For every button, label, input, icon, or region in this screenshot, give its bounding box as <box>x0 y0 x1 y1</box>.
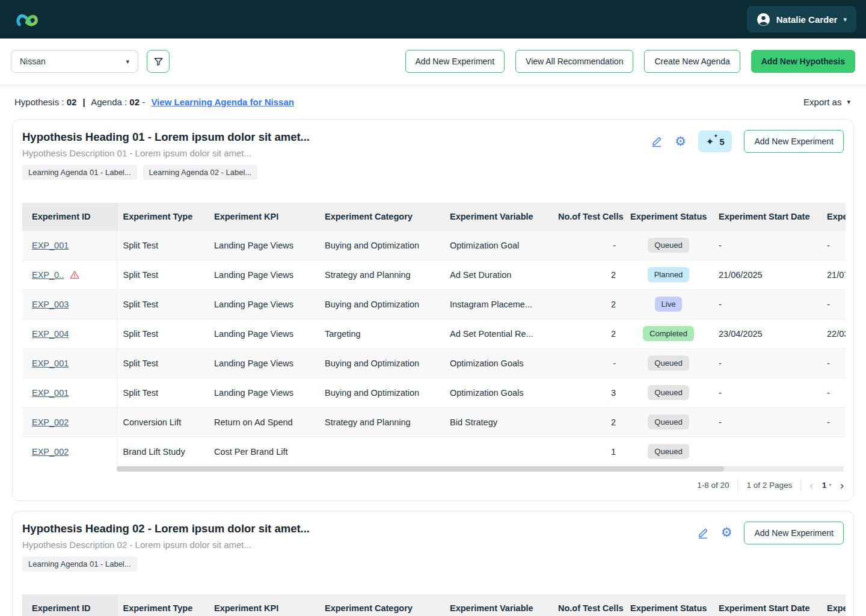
table-row: EXP_001 Split Test Landing Page Views Bu… <box>22 378 846 407</box>
col-experiment-category: Experiment Category <box>319 203 444 230</box>
cell-variable <box>444 437 552 466</box>
table-horizontal-scrollbar[interactable] <box>117 466 844 472</box>
cell-category: Buying and Optimization <box>319 289 444 319</box>
next-page-button[interactable]: › <box>840 479 844 491</box>
recommendation-count-badge[interactable]: ✦✦ 5 <box>698 131 732 152</box>
cell-variable: Bid Strategy <box>444 407 552 437</box>
cell-test-cells: - <box>552 230 624 260</box>
table-row: EXP_001 Split Test Landing Page Views Bu… <box>22 230 846 260</box>
export-as-dropdown[interactable]: Export as ▾ <box>803 97 850 107</box>
hypothesis-count: 02 <box>67 97 77 107</box>
col-experiment-start-date: Experiment Start Date <box>713 203 821 230</box>
view-learning-agenda-link[interactable]: View Learning Agenda for Nissan <box>151 97 294 107</box>
col-experiment-variable: Experiment Variable <box>444 594 552 616</box>
cell-start-date: 21/06/2025 <box>713 260 821 289</box>
user-menu[interactable]: Natalie Carder ▾ <box>747 6 856 32</box>
cell-start-date: - <box>713 378 821 407</box>
cell-variable: Optimization Goals <box>444 378 552 407</box>
col-experiment-id: Experiment ID <box>22 203 117 230</box>
col-experiment-variable: Experiment Variable <box>444 203 552 230</box>
hypothesis-heading: Hypothesis Heading 02 - Lorem ipsum dolo… <box>22 522 310 535</box>
page-select[interactable]: 1 ▾ <box>822 481 832 490</box>
filter-button[interactable] <box>147 50 170 73</box>
cell-type: Brand Lift Study <box>117 437 208 466</box>
hypothesis-settings-button[interactable]: ⚙ <box>675 135 686 148</box>
col-experiment-kpi: Experiment KPI <box>208 594 319 616</box>
edit-hypothesis-button[interactable] <box>697 527 709 539</box>
brand-select[interactable]: Nissan ▾ <box>11 50 138 73</box>
experiment-id-link[interactable]: EXP_001 <box>32 241 69 250</box>
hypothesis-1-info: Hypothesis Heading 01 - Lorem ipsum dolo… <box>22 131 310 180</box>
chevron-down-icon: ▾ <box>829 482 832 488</box>
separator: | <box>83 97 85 107</box>
experiment-id-link[interactable]: EXP_002 <box>32 447 69 457</box>
agenda-count-label: Agenda : <box>91 97 127 107</box>
table-row: EXP_004 Split Test Landing Page Views Ta… <box>22 319 846 348</box>
experiments-table: Experiment ID Experiment Type Experiment… <box>22 203 846 466</box>
cell-start-date: 23/04/2025 <box>713 319 821 348</box>
filter-funnel-icon <box>153 56 164 67</box>
view-all-recommendation-button[interactable]: View All Recommendation <box>515 50 633 73</box>
edit-hypothesis-button[interactable] <box>651 135 663 147</box>
col-experiment-start-date: Experiment Start Date <box>713 594 821 616</box>
pencil-icon <box>697 527 709 539</box>
counts-breadcrumb: Hypothesis : 02 | Agenda : 02 - View Lea… <box>14 97 294 107</box>
status-badge: Queued <box>648 356 689 371</box>
hypothesis-settings-button[interactable]: ⚙ <box>721 526 732 539</box>
cell-start-date: - <box>713 289 821 319</box>
cell-kpi: Landing Page Views <box>208 260 319 289</box>
cell-category: Targeting <box>319 319 444 348</box>
export-as-label: Export as <box>803 97 841 107</box>
learning-agenda-tag: Learning Agenda 01 - Label... <box>22 556 137 571</box>
table-row: EXP_001 Split Test Landing Page Views Bu… <box>22 348 846 378</box>
table-header-row: Experiment ID Experiment Type Experiment… <box>22 203 846 230</box>
create-new-agenda-button[interactable]: Create New Agenda <box>644 50 740 73</box>
cell-variable: Instagram Placeme... <box>444 289 552 319</box>
cell-kpi: Landing Page Views <box>208 378 319 407</box>
experiment-id-link[interactable]: EXP_003 <box>32 300 69 309</box>
agenda-count: 02 <box>129 97 140 107</box>
experiment-id-link[interactable]: EXP_001 <box>32 388 69 398</box>
status-badge: Live <box>655 297 683 312</box>
hypothesis-heading: Hypothesis Heading 01 - Lorem ipsum dolo… <box>22 131 310 144</box>
previous-page-button[interactable]: ‹ <box>809 479 813 491</box>
cell-category: Buying and Optimization <box>319 230 444 260</box>
add-new-experiment-button[interactable]: Add New Experiment <box>744 130 844 153</box>
cell-variable: Optimization Goal <box>444 230 552 260</box>
summary-bar: Hypothesis : 02 | Agenda : 02 - View Lea… <box>0 84 866 119</box>
status-badge: Queued <box>648 385 689 400</box>
cell-kpi: Cost Per Brand Lift <box>208 437 319 466</box>
col-test-cells: No.of Test Cells <box>552 594 624 616</box>
add-new-experiment-button[interactable]: Add New Experiment <box>405 50 505 73</box>
status-badge: Queued <box>648 444 689 459</box>
cell-start-date <box>713 437 821 466</box>
cell-variable: Optimization Goals <box>444 348 552 378</box>
scrollbar-thumb[interactable] <box>117 466 724 472</box>
current-page: 1 <box>822 481 827 490</box>
cell-end-date <box>821 437 846 466</box>
experiment-id-link[interactable]: EXP_0.. <box>32 270 64 280</box>
col-experiment-end-date: Experiment End Date <box>821 203 846 230</box>
cell-type: Split Test <box>117 260 208 289</box>
pagination-range: 1-8 of 20 <box>697 481 729 490</box>
cell-end-date: - <box>821 289 846 319</box>
status-badge: Queued <box>648 238 689 253</box>
experiment-id-link[interactable]: EXP_002 <box>32 417 69 427</box>
cell-test-cells: 1 <box>552 437 624 466</box>
cell-category: Strategy and Planning <box>319 407 444 437</box>
cell-start-date: - <box>713 230 821 260</box>
cell-end-date: 21/07/2025 <box>821 260 846 289</box>
cell-type: Split Test <box>117 319 208 348</box>
chevron-down-icon: ▾ <box>847 99 850 105</box>
cell-type: Split Test <box>117 378 208 407</box>
cell-kpi: Return on Ad Spend <box>208 407 319 437</box>
experiment-id-link[interactable]: EXP_001 <box>32 359 69 368</box>
add-new-hypothesis-button[interactable]: Add New Hypothesis <box>751 50 855 73</box>
experiment-id-link[interactable]: EXP_004 <box>32 329 69 339</box>
sparkle-icon: ✦✦ <box>706 136 714 147</box>
toolbar: Nissan ▾ Add New Experiment View All Rec… <box>0 38 866 84</box>
add-new-experiment-button[interactable]: Add New Experiment <box>744 522 844 544</box>
table-row: EXP_0.. Split Test Landing Page Views St… <box>22 260 846 289</box>
brand-select-value: Nissan <box>20 57 46 66</box>
hypothesis-description: Hypothesis Description 01 - Lorem ipsum … <box>22 148 310 158</box>
